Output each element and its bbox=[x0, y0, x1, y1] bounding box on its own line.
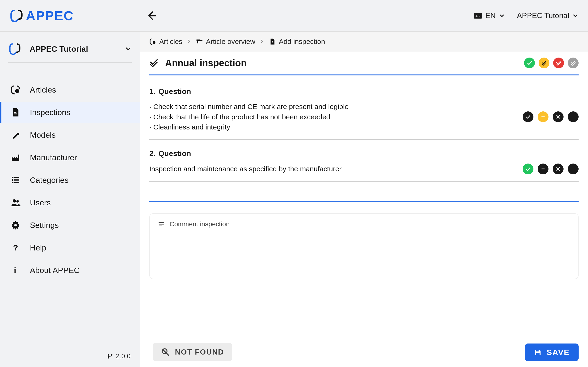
option-fail-button[interactable] bbox=[553, 111, 563, 122]
chevron-down-icon bbox=[572, 12, 579, 19]
svg-rect-23 bbox=[200, 40, 202, 41]
language-selector[interactable]: AZ EN bbox=[474, 11, 505, 20]
chevron-right-icon bbox=[259, 38, 265, 46]
svg-rect-12 bbox=[14, 182, 19, 183]
not-found-banner[interactable]: NOT FOUND bbox=[153, 343, 232, 361]
svg-point-11 bbox=[12, 182, 13, 183]
svg-rect-27 bbox=[536, 353, 540, 355]
language-label: EN bbox=[485, 11, 496, 20]
svg-rect-5 bbox=[14, 114, 17, 114]
sidebar-item-label: Help bbox=[30, 243, 46, 252]
question-2: 2. Question Inspection and maintenance a… bbox=[149, 149, 579, 182]
users-icon bbox=[11, 198, 20, 208]
file-plus-icon bbox=[269, 38, 276, 45]
breadcrumb-item-articles[interactable]: Articles bbox=[149, 38, 182, 46]
summary-pass-button[interactable] bbox=[524, 58, 535, 68]
save-label: SAVE bbox=[547, 348, 570, 357]
breadcrumb: Articles Article overview Add inspection bbox=[140, 32, 588, 51]
svg-rect-26 bbox=[536, 350, 539, 351]
carabiner-icon bbox=[11, 85, 20, 95]
carabiner-logo-icon bbox=[9, 9, 24, 23]
chevron-down-icon bbox=[125, 45, 132, 52]
svg-point-4 bbox=[15, 89, 19, 93]
option-warn-button[interactable] bbox=[538, 164, 548, 174]
option-skip-button[interactable] bbox=[568, 164, 579, 174]
comment-header: Comment inspection bbox=[170, 220, 230, 228]
sidebar-item-manufacturer[interactable]: Manufacturer bbox=[0, 147, 140, 168]
summary-warn-button[interactable] bbox=[539, 58, 549, 68]
sidebar-item-label: Categories bbox=[30, 175, 69, 185]
sidebar-nav: Articles Inspections Models bbox=[0, 79, 140, 281]
question-options bbox=[523, 111, 579, 122]
carabiner-mini-icon: APPEC bbox=[8, 42, 21, 55]
breadcrumb-item-overview[interactable]: Article overview bbox=[196, 38, 255, 46]
svg-point-19 bbox=[108, 357, 109, 359]
app-logo-text: APPEC bbox=[26, 8, 74, 23]
sidebar-item-categories[interactable]: Categories bbox=[0, 169, 140, 191]
chevron-down-icon bbox=[499, 12, 505, 19]
svg-point-13 bbox=[13, 199, 16, 202]
sidebar: APPEC APPEC Tutorial Articles bbox=[0, 32, 140, 367]
save-icon bbox=[534, 349, 542, 356]
gear-icon bbox=[11, 220, 20, 230]
svg-point-14 bbox=[17, 200, 19, 203]
svg-text:?: ? bbox=[13, 243, 18, 252]
question-text: Inspection and maintenance as specified … bbox=[149, 164, 342, 174]
option-fail-button[interactable] bbox=[553, 164, 563, 174]
option-pass-button[interactable] bbox=[523, 164, 533, 174]
option-warn-button[interactable] bbox=[538, 111, 548, 122]
question-title: Question bbox=[158, 87, 191, 96]
page-title: Annual inspection bbox=[165, 58, 247, 68]
svg-point-7 bbox=[12, 177, 13, 178]
option-pass-button[interactable] bbox=[523, 111, 533, 122]
sidebar-item-users[interactable]: Users bbox=[0, 192, 140, 213]
sidebar-item-settings[interactable]: Settings bbox=[0, 215, 140, 236]
drill-icon bbox=[196, 38, 203, 45]
comment-card[interactable]: Comment inspection bbox=[149, 213, 579, 279]
sidebar-item-about[interactable]: i About APPEC bbox=[0, 260, 140, 281]
svg-rect-10 bbox=[14, 179, 19, 180]
sidebar-item-label: Models bbox=[30, 130, 56, 140]
question-title: Question bbox=[158, 149, 191, 158]
help-icon: ? bbox=[11, 243, 20, 253]
summary-skip-button[interactable] bbox=[568, 58, 579, 68]
sidebar-item-inspections[interactable]: Inspections bbox=[0, 102, 140, 123]
sidebar-item-label: Manufacturer bbox=[30, 153, 77, 162]
carabiner-icon bbox=[149, 38, 156, 45]
back-button[interactable] bbox=[144, 9, 158, 23]
version-label: 2.0.0 bbox=[107, 352, 130, 360]
divider bbox=[149, 75, 579, 75]
option-skip-button[interactable] bbox=[568, 111, 579, 122]
chevron-right-icon bbox=[187, 38, 192, 46]
sidebar-item-models[interactable]: Models bbox=[0, 124, 140, 145]
svg-point-20 bbox=[111, 354, 112, 356]
save-button[interactable]: SAVE bbox=[525, 343, 579, 361]
svg-rect-24 bbox=[197, 41, 198, 43]
tenant-label-sidebar: APPEC Tutorial bbox=[30, 44, 88, 54]
svg-text:i: i bbox=[14, 266, 16, 275]
info-icon: i bbox=[11, 265, 20, 275]
svg-rect-6 bbox=[14, 112, 17, 113]
breadcrumb-item-add-inspection: Add inspection bbox=[269, 38, 325, 46]
sidebar-item-help[interactable]: ? Help bbox=[0, 237, 140, 258]
page-title-row: Annual inspection bbox=[149, 51, 579, 75]
svg-text:Z: Z bbox=[479, 14, 481, 18]
svg-text:A: A bbox=[475, 14, 478, 18]
summary-fail-button[interactable] bbox=[553, 58, 564, 68]
sidebar-item-articles[interactable]: Articles bbox=[0, 79, 140, 100]
question-text: · Check that serial number and CE mark a… bbox=[149, 101, 349, 132]
question-number: 1. bbox=[149, 87, 156, 96]
sidebar-item-label: About APPEC bbox=[30, 266, 80, 275]
search-off-icon bbox=[161, 348, 170, 356]
svg-point-9 bbox=[12, 179, 13, 181]
tenant-selector-sidebar[interactable]: APPEC APPEC Tutorial bbox=[8, 42, 132, 63]
summary-status-pills bbox=[524, 58, 579, 68]
file-icon bbox=[11, 107, 20, 117]
hammer-icon bbox=[11, 130, 20, 140]
tenant-selector-header[interactable]: APPEC Tutorial bbox=[517, 11, 579, 20]
sidebar-item-label: Users bbox=[30, 198, 51, 207]
question-number: 2. bbox=[149, 149, 156, 158]
app-header: APPEC AZ EN APPEC Tutorial bbox=[0, 0, 588, 32]
notes-icon bbox=[158, 221, 165, 228]
svg-point-18 bbox=[108, 354, 109, 356]
